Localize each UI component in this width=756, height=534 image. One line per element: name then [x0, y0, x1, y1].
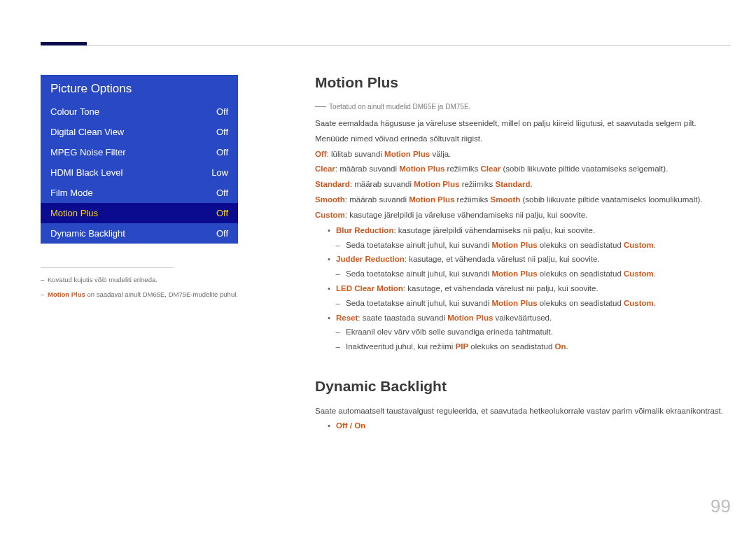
menu-item-label: Colour Tone	[50, 106, 99, 117]
opt-standard: Standard: määrab suvandi Motion Plus rež…	[315, 178, 731, 191]
support-note-text: Toetatud on ainult mudelid DM65E ja DM75…	[329, 103, 470, 111]
menu-item-value: Off	[216, 228, 228, 239]
bullet-blur-sub: –Seda toetatakse ainult juhul, kui suvan…	[315, 239, 731, 252]
menu-item-value: Off	[216, 208, 228, 218]
intro-2: Menüüde nimed võivad erineda sõltuvalt r…	[315, 133, 731, 146]
bullet-judder: •Judder Reduction: kasutage, et vähendad…	[315, 253, 731, 266]
opt-smooth: Smooth: määrab suvandi Motion Plus režii…	[315, 194, 731, 206]
bullet-off-on: •Off / On	[315, 420, 731, 433]
menu-item-label: Film Mode	[50, 188, 93, 198]
opt-off: Off: lülitab suvandi Motion Plus välja.	[315, 148, 731, 161]
bullet-reset-sub2: –Inaktiveeritud juhul, kui režiimi PIP o…	[315, 341, 731, 353]
opt-clear: Clear: määrab suvandi Motion Plus režiim…	[315, 163, 731, 176]
menu-row-hdmi-black-level[interactable]: HDMI Black LevelLow	[41, 162, 238, 183]
footnotes: –Kuvatud kujutis võib mudeliti erineda. …	[41, 274, 251, 300]
menu-item-value: Off	[216, 127, 228, 137]
page-number: 99	[710, 496, 731, 517]
menu-item-label: Dynamic Backlight	[50, 228, 125, 239]
menu-item-value: Off	[216, 147, 228, 157]
menu-item-label: MPEG Noise Filter	[50, 147, 126, 157]
menu-item-label: Digital Clean View	[50, 127, 124, 137]
menu-item-value: Off	[216, 188, 228, 198]
menu-item-value: Off	[216, 106, 228, 117]
intro-1: Saate eemaldada hägususe ja väreluse sts…	[315, 118, 731, 130]
menu-row-mpeg-noise-filter[interactable]: MPEG Noise FilterOff	[41, 142, 238, 162]
top-accent-bar	[41, 42, 87, 45]
menu-item-label: Motion Plus	[50, 208, 98, 218]
menu-title: Picture Options	[41, 75, 238, 101]
menu-item-value: Low	[211, 167, 228, 178]
heading-motion-plus: Motion Plus	[315, 71, 731, 94]
menu-item-label: HDMI Black Level	[50, 167, 122, 178]
footnote-1: Kuvatud kujutis võib mudeliti erineda.	[48, 276, 158, 283]
footnote-2-name: Motion Plus	[48, 290, 85, 298]
bullet-led-sub: –Seda toetatakse ainult juhul, kui suvan…	[315, 297, 731, 310]
bullet-reset-sub1: –Ekraanil olev värv võib selle suvandiga…	[315, 326, 731, 339]
content-area: Motion Plus Toetatud on ainult mudelid D…	[315, 71, 731, 435]
bullet-judder-sub: –Seda toetatakse ainult juhul, kui suvan…	[315, 268, 731, 281]
menu-row-dynamic-backlight[interactable]: Dynamic BacklightOff	[41, 223, 238, 244]
heading-dynamic-backlight: Dynamic Backlight	[315, 375, 731, 398]
picture-options-menu: Picture Options Colour ToneOffDigital Cl…	[41, 75, 238, 244]
opt-custom: Custom: kasutage järelpildi ja väreluse …	[315, 209, 731, 222]
bullet-led: •LED Clear Motion: kasutage, et vähendad…	[315, 283, 731, 295]
menu-row-digital-clean-view[interactable]: Digital Clean ViewOff	[41, 122, 238, 142]
bullet-reset: •Reset: saate taastada suvandi Motion Pl…	[315, 312, 731, 325]
menu-row-colour-tone[interactable]: Colour ToneOff	[41, 101, 238, 122]
menu-row-film-mode[interactable]: Film ModeOff	[41, 183, 238, 203]
footnote-rule	[41, 267, 174, 268]
bullet-blur: •Blur Reduction: kasutage järelpildi väh…	[315, 225, 731, 237]
top-rule	[41, 45, 731, 45]
dynamic-intro: Saate automaatselt taustavalgust regulee…	[315, 405, 731, 418]
footnote-2-rest: on saadaval ainult DM65E, DM75E-mudelite…	[85, 290, 238, 298]
menu-row-motion-plus[interactable]: Motion PlusOff	[41, 203, 238, 223]
support-note: Toetatud on ainult mudelid DM65E ja DM75…	[315, 101, 731, 113]
